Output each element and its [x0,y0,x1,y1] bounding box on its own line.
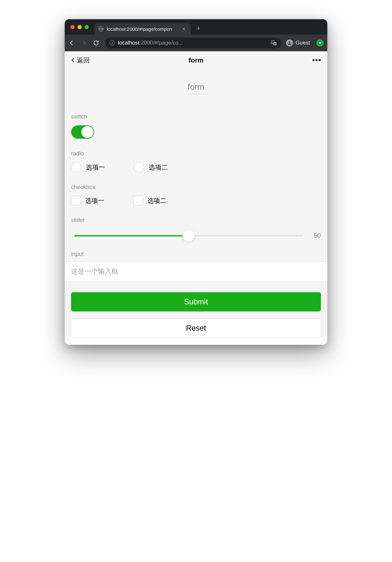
browser-chrome: localhost:2000/#!page/compon × + i local… [65,19,327,51]
more-button[interactable]: ••• [312,56,322,64]
input-section: input [65,251,327,281]
profile-label: Guest [296,40,310,46]
app-content: 返回 form ••• form switch radio 选项一 选项二 [65,51,327,338]
text-input[interactable] [65,261,327,281]
extension-icon[interactable] [316,39,323,46]
slider-track[interactable] [74,235,303,236]
site-info-icon[interactable]: i [110,40,115,45]
slider-thumb[interactable] [183,230,195,242]
header-title: form [189,56,204,64]
radio-group: 选项一 选项二 [71,162,321,172]
browser-window: localhost:2000/#!page/compon × + i local… [65,19,327,345]
radio-circle-icon [71,162,81,172]
toolbar: i localhost:2000/#!page/co... 文A Guest [65,35,327,51]
window-controls [70,25,89,29]
checkbox-label: checkbox [71,184,321,191]
slider-fill [74,235,189,236]
svg-text:A: A [274,43,276,45]
input-label: input [65,251,327,261]
svg-text:文: 文 [271,41,273,43]
globe-icon [98,26,103,31]
address-bar[interactable]: i localhost:2000/#!page/co... 文A [105,37,282,48]
slider-section: slider 50 [65,217,327,251]
radio-section: radio 选项一 选项二 [65,150,327,184]
checkbox-option-1[interactable]: 选项一 [71,196,104,205]
slider-value: 50 [309,232,321,239]
button-area: Submit Reset [65,281,327,338]
checkbox-box-icon [133,196,143,205]
close-window-button[interactable] [70,25,75,29]
minimize-window-button[interactable] [78,25,82,29]
browser-tab[interactable]: localhost:2000/#!page/compon × [94,23,191,35]
maximize-window-button[interactable] [85,25,89,29]
checkbox-option-label: 选项二 [147,196,167,205]
checkbox-option-label: 选项一 [85,196,104,205]
back-label: 返回 [77,56,90,65]
radio-circle-icon [134,162,144,172]
back-nav-button[interactable]: 返回 [70,56,90,65]
page-title-underline [186,94,206,94]
reset-button[interactable]: Reset [71,318,321,338]
page-title: form [65,69,327,94]
tab-title: localhost:2000/#!page/compon [107,26,177,32]
submit-button[interactable]: Submit [71,292,321,311]
new-tab-button[interactable]: + [196,24,200,32]
switch-section: switch [65,113,327,150]
checkbox-section: checkbox 选项一 选项二 [65,184,327,217]
radio-option-label: 选项一 [86,163,105,172]
translate-icon[interactable]: 文A [271,40,277,46]
slider-label: slider [71,217,321,224]
tab-bar: localhost:2000/#!page/compon × + [65,19,327,35]
checkbox-group: 选项一 选项二 [71,196,321,205]
radio-option-label: 选项二 [149,163,168,172]
url-text: localhost:2000/#!page/co... [118,40,267,46]
app-header: 返回 form ••• [65,51,327,69]
svg-point-4 [289,41,290,43]
radio-option-1[interactable]: 选项一 [71,162,105,172]
switch-toggle[interactable] [71,125,94,139]
avatar-icon [286,39,293,46]
checkbox-box-icon [71,196,81,205]
reload-button[interactable] [93,40,101,46]
profile-button[interactable]: Guest [286,39,310,46]
close-tab-button[interactable]: × [181,26,187,32]
forward-button[interactable] [81,40,88,46]
switch-knob [81,126,94,138]
switch-label: switch [71,113,321,120]
radio-label: radio [71,150,321,157]
checkbox-option-2[interactable]: 选项二 [133,196,167,205]
back-button[interactable] [69,40,76,46]
radio-option-2[interactable]: 选项二 [134,162,168,172]
